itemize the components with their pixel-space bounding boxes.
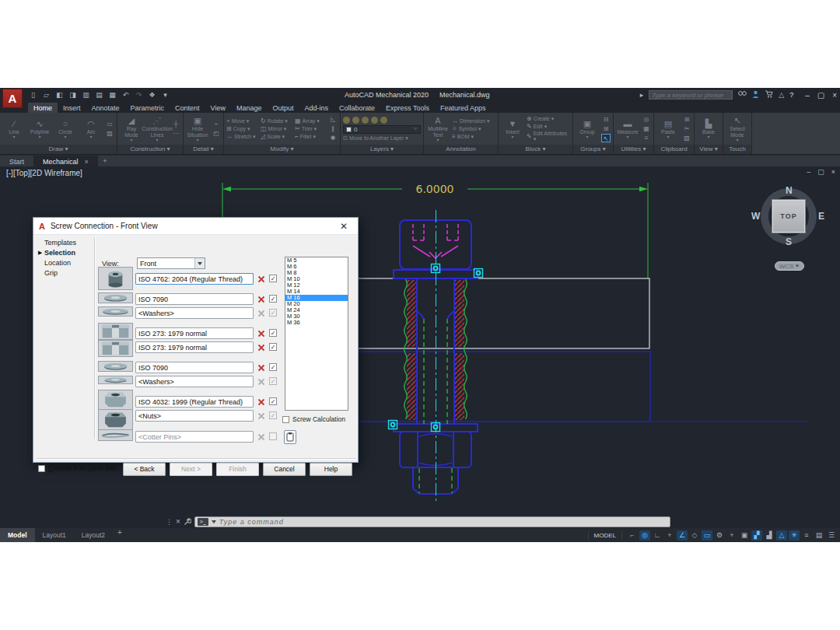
template-field-0[interactable]: ISO 4762: 2004 (Regular Thread) bbox=[135, 273, 254, 285]
group-edit-icon[interactable]: ⊞ bbox=[601, 124, 611, 133]
hatch-icon[interactable]: ▨ bbox=[105, 129, 114, 138]
remove-row-button-3[interactable] bbox=[256, 328, 267, 339]
save-as-icon[interactable]: ◨ bbox=[68, 90, 78, 100]
cancel-button[interactable]: Cancel bbox=[263, 463, 306, 476]
screw-calculation-checkbox[interactable] bbox=[282, 416, 289, 423]
snap-icon[interactable]: ◎ bbox=[639, 530, 650, 541]
copy-clip-icon[interactable]: ⊞ bbox=[682, 115, 691, 124]
erase-icon[interactable]: ◺ bbox=[328, 115, 338, 124]
panel-label-block[interactable]: Block ▾ bbox=[499, 145, 572, 154]
viewcube-south[interactable]: S bbox=[786, 236, 792, 247]
ribbon-button-fillet[interactable]: ⌐Fillet ▾ bbox=[295, 133, 326, 140]
model-space-button[interactable]: MODEL bbox=[588, 531, 622, 540]
autoscale-icon[interactable]: ▟ bbox=[764, 530, 775, 541]
minimize-button[interactable]: – bbox=[805, 91, 810, 100]
ribbon-tab-collaborate[interactable]: Collaborate bbox=[334, 103, 380, 113]
panel-label-detail[interactable]: Detail ▾ bbox=[184, 145, 223, 154]
ribbon-tab-express-tools[interactable]: Express Tools bbox=[380, 103, 435, 113]
new-layout-button[interactable]: + bbox=[113, 528, 127, 542]
size-list[interactable]: M 5M 6M 8M 10M 12M 14M 16M 20M 24M 30M 3… bbox=[285, 257, 348, 411]
dialog-nav-selection[interactable]: Selection bbox=[44, 249, 75, 257]
panel-label-groups[interactable]: Groups ▾ bbox=[573, 145, 613, 154]
explode-icon[interactable]: ✱ bbox=[328, 134, 338, 142]
layer-freeze-icon[interactable] bbox=[352, 117, 359, 124]
new-file-icon[interactable]: ▯ bbox=[28, 90, 38, 100]
panel-label-view[interactable]: View ▾ bbox=[695, 145, 723, 154]
ribbon-tab-annotate[interactable]: Annotate bbox=[86, 103, 125, 113]
ribbon-button-trim[interactable]: ✂Trim ▾ bbox=[295, 125, 326, 132]
open-file-icon[interactable]: ▱ bbox=[41, 90, 51, 100]
layout-tab-model[interactable]: Model bbox=[0, 528, 35, 542]
ribbon-button-mirror[interactable]: ◫Mirror ▾ bbox=[261, 125, 292, 132]
menu-icon[interactable]: ☰ bbox=[826, 530, 837, 541]
ribbon-tab-insert[interactable]: Insert bbox=[58, 103, 86, 113]
remove-row-button-1[interactable] bbox=[256, 294, 267, 305]
ribbon-button-hide-situation[interactable]: ▣Hide Situation▾ bbox=[186, 116, 209, 142]
grid-icon[interactable]: ⌐ bbox=[627, 530, 638, 541]
file-tab-close-icon[interactable]: × bbox=[85, 158, 89, 166]
viewcube-west[interactable]: W bbox=[751, 211, 760, 222]
cut-icon[interactable]: ✂ bbox=[682, 124, 691, 133]
row-checkbox-3[interactable]: ✓ bbox=[269, 329, 277, 337]
centerline-icon[interactable]: ┼ bbox=[171, 120, 180, 128]
ribbon-button-move[interactable]: +Move ▾ bbox=[226, 117, 257, 124]
ribbon-button-create[interactable]: ⊕Create ▾ bbox=[527, 115, 570, 122]
doc-restore-button[interactable]: ▢ bbox=[817, 168, 824, 176]
new-file-tab-button[interactable]: + bbox=[98, 156, 112, 166]
ribbon-button-symbol[interactable]: ✧Symbol ▾ bbox=[452, 125, 495, 132]
ribbon-button-insert[interactable]: ▼Insert▾ bbox=[501, 119, 524, 139]
plot-icon[interactable]: ▥ bbox=[81, 90, 91, 100]
ribbon-button-edit-attributes[interactable]: ✎Edit Attributes ▾ bbox=[527, 131, 570, 142]
ribbon-tab-view[interactable]: View bbox=[205, 103, 231, 113]
redo-icon[interactable]: ↷ bbox=[134, 90, 144, 100]
panel-label-utilities[interactable]: Utilities ▾ bbox=[614, 145, 653, 154]
store-cart-icon[interactable] bbox=[765, 90, 773, 100]
dynamic-input-icon[interactable]: + bbox=[664, 530, 675, 541]
viewcube[interactable]: N S W E TOP WCS bbox=[756, 188, 821, 274]
layout-tab-layout1[interactable]: Layout1 bbox=[35, 528, 74, 542]
annotation-scale-icon[interactable]: △ bbox=[776, 530, 787, 541]
ribbon-button-dimension[interactable]: ↔Dimension ▾ bbox=[452, 117, 495, 124]
panel-label-clipboard[interactable]: Clipboard bbox=[654, 145, 694, 154]
file-tab-start[interactable]: Start bbox=[0, 156, 33, 166]
ribbon-tab-parametric[interactable]: Parametric bbox=[125, 103, 170, 113]
ribbon-button-bom[interactable]: ≡BOM ▾ bbox=[452, 133, 495, 140]
undo-icon[interactable]: ↶ bbox=[121, 90, 131, 100]
osnap-icon[interactable]: ▭ bbox=[702, 530, 712, 541]
polar-tracking-icon[interactable]: ∠ bbox=[677, 530, 688, 541]
ribbon-button-group[interactable]: ▣Group▾ bbox=[576, 119, 599, 139]
ribbon-button-array[interactable]: ▦Array ▾ bbox=[295, 117, 326, 124]
search-arrow-icon[interactable]: ▸ bbox=[640, 90, 644, 100]
dialog-title-bar[interactable]: A Screw Connection - Front View ✕ bbox=[33, 218, 358, 235]
ribbon-button-arc[interactable]: ◠Arc▾ bbox=[79, 119, 103, 139]
help-icon[interactable]: ? bbox=[789, 90, 793, 100]
row-checkbox-7[interactable]: ✓ bbox=[269, 397, 277, 405]
quick-calc-icon[interactable]: ▦ bbox=[642, 124, 651, 133]
help-button[interactable]: Help bbox=[310, 463, 352, 476]
ribbon-tab-home[interactable]: Home bbox=[28, 103, 58, 113]
panel-label-construction[interactable]: Construction ▾ bbox=[117, 145, 183, 154]
template-field-4[interactable]: ISO 273: 1979 normal bbox=[135, 341, 254, 353]
row-checkbox-0[interactable]: ✓ bbox=[269, 275, 277, 282]
view-dropdown[interactable]: Front bbox=[137, 257, 205, 269]
ribbon-button-base[interactable]: ▙Base▾ bbox=[697, 119, 720, 139]
ribbon-button-multiline-text[interactable]: AMultiline Text▾ bbox=[426, 116, 450, 142]
graphics-performance-icon[interactable]: ▤ bbox=[814, 530, 824, 541]
command-input[interactable]: >_ Type a command bbox=[194, 516, 670, 527]
panel-label-draw[interactable]: Draw ▾ bbox=[0, 145, 117, 154]
dialog-close-icon[interactable]: ✕ bbox=[335, 221, 352, 232]
ribbon-button-stretch[interactable]: ↔Stretch ▾ bbox=[226, 133, 257, 140]
parts-list-button[interactable] bbox=[284, 430, 296, 444]
panel-label-layers[interactable]: Layers ▾ bbox=[341, 145, 423, 154]
template-field-8[interactable]: <Nuts> bbox=[135, 410, 254, 422]
ribbon-button-edit[interactable]: ✎Edit ▾ bbox=[527, 123, 570, 130]
rectangle-icon[interactable]: ▭ bbox=[105, 120, 114, 128]
template-field-5[interactable]: ISO 7090 bbox=[135, 362, 254, 373]
restore-button[interactable]: ▢ bbox=[817, 91, 824, 100]
template-field-6[interactable]: <Washers> bbox=[135, 376, 254, 387]
template-field-9[interactable]: <Cotter Pins> bbox=[135, 431, 254, 443]
dialog-nav-location[interactable]: Location bbox=[44, 259, 71, 267]
ribbon-tab-add-ins[interactable]: Add-ins bbox=[299, 103, 334, 113]
ribbon-tab-content[interactable]: Content bbox=[170, 103, 205, 113]
section-line-icon[interactable]: ⌁ bbox=[212, 120, 221, 128]
